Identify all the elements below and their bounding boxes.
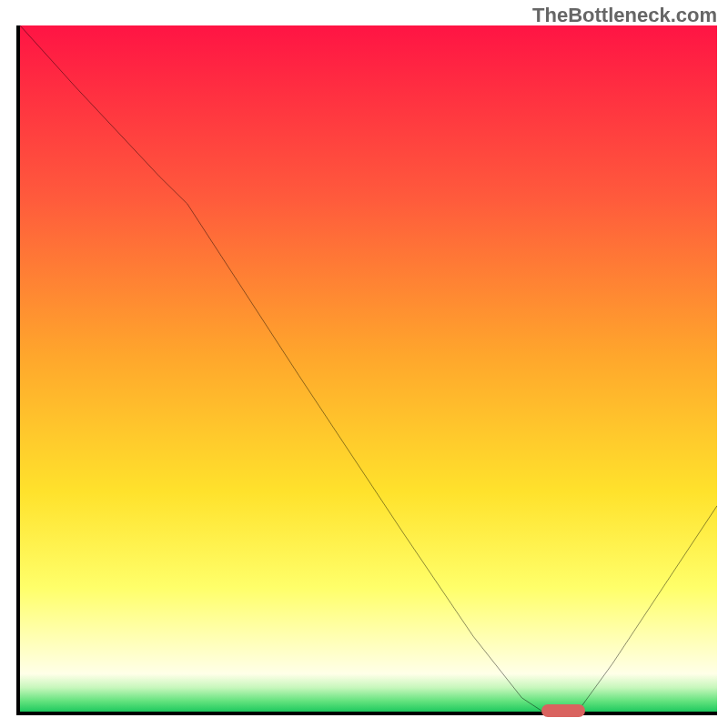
watermark-text: TheBottleneck.com (532, 4, 717, 27)
svg-rect-0 (20, 25, 717, 712)
chart-background-gradient (20, 25, 717, 712)
optimal-marker (541, 704, 585, 717)
chart-plot-area (16, 25, 717, 715)
